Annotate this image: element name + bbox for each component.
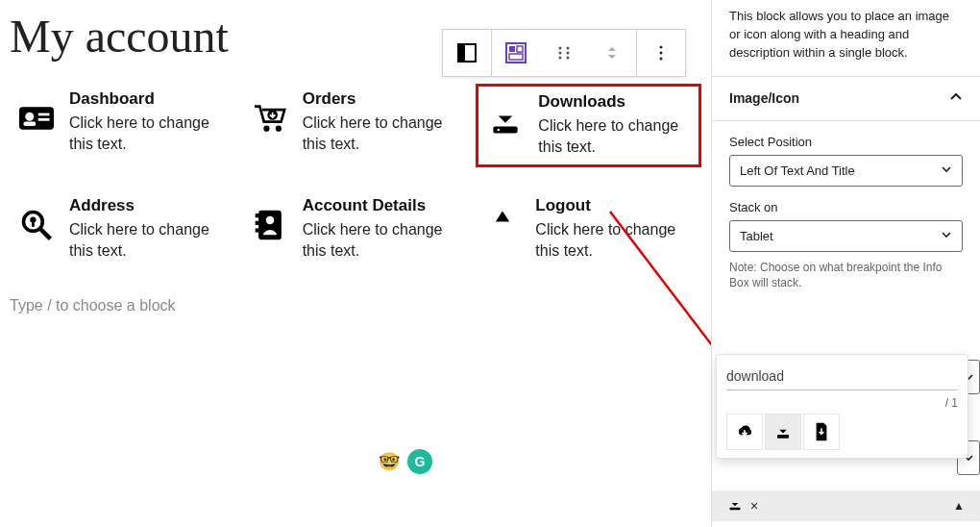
info-box-desc[interactable]: Click here to change this text. (535, 219, 696, 263)
note-stack-on: Note: Choose on what breakpoint the Info… (729, 260, 963, 292)
download-icon (484, 92, 527, 150)
svg-rect-27 (258, 210, 282, 239)
svg-point-14 (660, 58, 663, 61)
label-stack-on: Stack on (729, 200, 963, 214)
grammarly-badge-icon[interactable]: G (407, 449, 432, 474)
svg-rect-1 (458, 44, 465, 62)
chevron-up-icon (949, 90, 963, 107)
panel-title: Image/Icon (729, 90, 799, 106)
more-options-btn[interactable] (637, 29, 685, 77)
svg-rect-30 (255, 228, 257, 232)
svg-rect-29 (255, 221, 257, 225)
editor-canvas: My account (0, 0, 711, 527)
info-box-downloads[interactable]: Downloads Click here to change this text… (476, 84, 701, 167)
info-box-logout[interactable]: Logout Click here to change this text. (476, 190, 701, 268)
nerd-face-icon[interactable]: 🤓 (377, 449, 402, 474)
svg-rect-33 (777, 435, 789, 439)
svg-point-10 (559, 57, 562, 60)
info-box-grid: Dashboard Click here to change this text… (10, 84, 701, 268)
icon-result-file-download[interactable] (803, 414, 840, 450)
block-type-btn[interactable] (443, 29, 491, 77)
svg-point-24 (498, 129, 501, 132)
add-block-prompt[interactable]: Type / to choose a block (10, 297, 701, 314)
svg-rect-5 (509, 54, 523, 60)
icon-results (726, 414, 958, 450)
id-card-icon (15, 89, 58, 147)
icon-search-input[interactable] (726, 363, 958, 390)
remove-icon-btn[interactable]: × (750, 498, 758, 514)
block-toolbar (442, 29, 686, 77)
svg-point-16 (25, 113, 34, 121)
svg-rect-28 (255, 213, 257, 217)
select-value: Left Of Text And Title (740, 163, 855, 178)
svg-point-12 (660, 46, 663, 49)
svg-rect-19 (38, 118, 50, 121)
svg-point-20 (263, 126, 269, 132)
icon-result-cloud-download[interactable] (726, 414, 763, 450)
panel-image-icon[interactable]: Image/Icon (712, 76, 980, 121)
chevron-down-icon (941, 229, 952, 243)
collapse-panel-icon[interactable]: ▲ (953, 499, 965, 513)
arrow-up-icon (481, 196, 524, 254)
info-box-title[interactable]: Downloads (538, 92, 693, 112)
icon-picker-popup: / 1 (716, 354, 968, 459)
svg-rect-18 (38, 113, 50, 116)
svg-point-11 (567, 57, 570, 60)
info-box-desc[interactable]: Click here to change this text. (303, 113, 463, 156)
svg-rect-34 (730, 507, 741, 510)
svg-rect-23 (494, 126, 518, 133)
address-book-icon (249, 196, 291, 254)
floating-badges: 🤓 G (377, 449, 432, 474)
info-box-title[interactable]: Dashboard (69, 89, 230, 109)
svg-rect-4 (517, 46, 523, 52)
info-box-account-details[interactable]: Account Details Click here to change thi… (243, 190, 469, 268)
panel-body: Select Position Left Of Text And Title S… (712, 121, 980, 306)
selected-icon-preview (727, 498, 743, 514)
block-description: This block allows you to place an image … (712, 0, 980, 76)
svg-point-13 (660, 52, 663, 55)
chevron-down-icon (941, 163, 952, 178)
svg-point-21 (275, 126, 281, 132)
move-up-down-btn[interactable] (588, 29, 636, 77)
svg-point-7 (567, 47, 570, 50)
select-value: Tablet (740, 229, 773, 243)
svg-point-9 (567, 52, 570, 55)
info-box-desc[interactable]: Click here to change this text. (69, 113, 230, 156)
info-box-title[interactable]: Logout (535, 196, 696, 215)
info-box-desc[interactable]: Click here to change this text. (538, 115, 693, 159)
info-box-desc[interactable]: Click here to change this text. (303, 219, 463, 263)
info-box-title[interactable]: Address (69, 196, 230, 215)
label-select-position: Select Position (729, 135, 963, 149)
cart-download-icon (249, 89, 291, 147)
select-stack-on[interactable]: Tablet (729, 220, 963, 252)
svg-point-31 (265, 215, 274, 224)
info-box-dashboard[interactable]: Dashboard Click here to change this text… (10, 84, 235, 167)
drag-handle-btn[interactable] (540, 29, 588, 77)
select-position[interactable]: Left Of Text And Title (729, 155, 963, 187)
svg-rect-3 (509, 46, 515, 52)
info-box-desc[interactable]: Click here to change this text. (69, 219, 230, 263)
icon-result-download[interactable] (765, 414, 801, 450)
svg-rect-17 (24, 122, 37, 127)
info-box-title[interactable]: Orders (303, 89, 463, 109)
info-box-title[interactable]: Account Details (303, 196, 463, 215)
icon-pager-info: / 1 (945, 396, 958, 410)
selected-icon-bar: × ▲ (712, 490, 980, 521)
settings-sidebar: This block allows you to place an image … (711, 0, 980, 527)
search-location-icon (15, 196, 58, 254)
select-parent-btn[interactable] (492, 29, 540, 77)
svg-point-6 (559, 47, 562, 50)
svg-point-8 (559, 52, 562, 55)
info-box-orders[interactable]: Orders Click here to change this text. (243, 84, 469, 167)
info-box-address[interactable]: Address Click here to change this text. (10, 190, 235, 268)
